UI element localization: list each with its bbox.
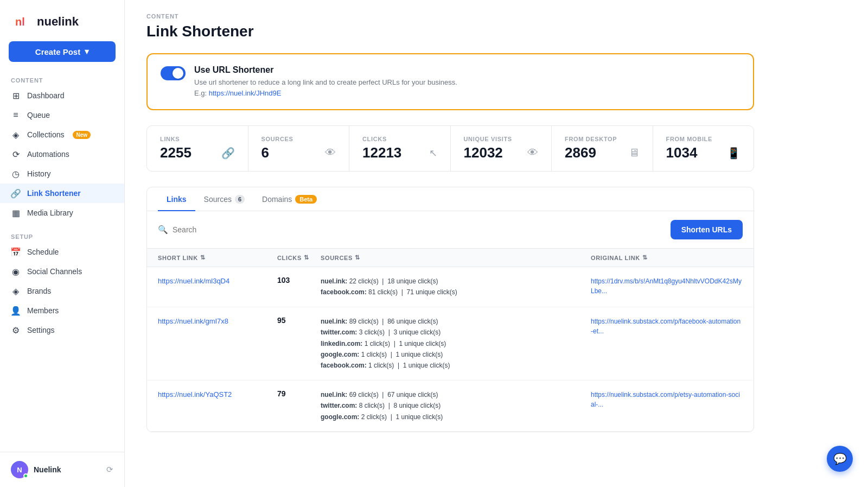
short-link-1[interactable]: https://nuel.ink/gmI7x8 bbox=[158, 317, 228, 325]
search-icon: 🔍 bbox=[158, 225, 168, 235]
sidebar-item-label-history: History bbox=[27, 169, 51, 178]
table-row: https://nuel.ink/YaQST2 79 nuel.ink: 69 … bbox=[147, 381, 754, 432]
original-link-cell-2: https://nuelink.substack.com/p/etsy-auto… bbox=[591, 389, 743, 409]
sidebar-item-queue[interactable]: ≡ Queue bbox=[0, 105, 124, 125]
sidebar-item-label-dashboard: Dashboard bbox=[27, 91, 65, 100]
tab-links[interactable]: Links bbox=[158, 187, 195, 211]
chevron-down-icon: ▾ bbox=[85, 47, 89, 56]
tabs-header: Links Sources 6 Domains Beta bbox=[147, 187, 754, 211]
sources-cell-2: nuel.ink: 69 click(s) | 67 unique click(… bbox=[321, 389, 591, 422]
original-link-0[interactable]: https://1drv.ms/b/s!AnMt1q8gyu4NhltvVODd… bbox=[591, 277, 742, 295]
breadcrumb: CONTENT bbox=[146, 13, 754, 20]
tab-sources[interactable]: Sources 6 bbox=[195, 187, 253, 211]
brands-icon: ◈ bbox=[11, 286, 21, 296]
sidebar-content-section: CONTENT ⊞ Dashboard ≡ Queue ◈ Collection… bbox=[0, 73, 124, 223]
short-link-cell-2: https://nuel.ink/YaQST2 bbox=[158, 389, 277, 399]
url-shortener-example-link[interactable]: https://nuel.ink/JHnd9E bbox=[209, 89, 282, 97]
tab-domains[interactable]: Domains Beta bbox=[253, 187, 326, 211]
sidebar-item-label-collections: Collections bbox=[27, 130, 64, 139]
sidebar-bottom: N Nuelink ⟳ bbox=[0, 452, 124, 487]
original-link-1[interactable]: https://nuelink.substack.com/p/facebook-… bbox=[591, 318, 741, 335]
tabs-container: Links Sources 6 Domains Beta 🔍 Sho bbox=[146, 187, 754, 432]
chat-icon: 💬 bbox=[833, 452, 847, 465]
sort-icon-sources[interactable]: ⇅ bbox=[355, 254, 360, 261]
url-shortener-description: Use url shortener to reduce a long link … bbox=[194, 77, 457, 98]
original-link-cell-0: https://1drv.ms/b/s!AnMt1q8gyu4NhltvVODd… bbox=[591, 276, 743, 295]
dashboard-icon: ⊞ bbox=[11, 91, 21, 100]
avatar: N bbox=[11, 461, 28, 478]
clicks-cell-0: 103 bbox=[277, 276, 321, 284]
members-icon: 👤 bbox=[11, 306, 21, 315]
toggle-track bbox=[161, 66, 186, 80]
sidebar-item-dashboard[interactable]: ⊞ Dashboard bbox=[0, 86, 124, 105]
stat-from-mobile: FROM MOBILE 1034 📱 bbox=[653, 126, 754, 171]
chat-fab-button[interactable]: 💬 bbox=[827, 446, 853, 472]
stat-sources: SOURCES 6 👁 bbox=[248, 126, 350, 171]
short-link-cell-0: https://nuel.ink/ml3qD4 bbox=[158, 276, 277, 286]
clicks-stat-icon: ↖ bbox=[429, 147, 437, 159]
short-link-2[interactable]: https://nuel.ink/YaQST2 bbox=[158, 390, 232, 399]
table-row: https://nuel.ink/gmI7x8 95 nuel.ink: 89 … bbox=[147, 307, 754, 381]
sidebar-item-media-library[interactable]: ▦ Media Library bbox=[0, 203, 124, 223]
stat-clicks-label: CLICKS bbox=[362, 136, 437, 142]
search-box: 🔍 bbox=[158, 225, 671, 235]
sidebar-item-label-settings: Settings bbox=[27, 326, 55, 334]
sidebar-item-label-schedule: Schedule bbox=[27, 248, 59, 256]
create-post-button[interactable]: Create Post ▾ bbox=[9, 41, 116, 62]
source-line-1-1: twitter.com: 3 click(s) | 3 unique click… bbox=[321, 327, 591, 338]
source-line-1-0: nuel.ink: 89 click(s) | 86 unique click(… bbox=[321, 316, 591, 327]
sidebar-setup-section: SETUP 📅 Schedule ◉ Social Channels ◈ Bra… bbox=[0, 229, 124, 340]
search-shorten-row: 🔍 Shorten URLs bbox=[147, 211, 754, 249]
source-line-2-0: nuel.ink: 69 click(s) | 67 unique click(… bbox=[321, 389, 591, 400]
url-shortener-card: Use URL Shortener Use url shortener to r… bbox=[146, 53, 754, 110]
sort-icon-short-link[interactable]: ⇅ bbox=[200, 254, 206, 261]
stats-row: LINKS 2255 🔗 SOURCES 6 👁 CLICKS 12213 ↖ bbox=[146, 125, 754, 172]
sidebar-item-automations[interactable]: ⟳ Automations bbox=[0, 144, 124, 164]
stat-desktop-value: 2869 bbox=[565, 144, 596, 161]
link-shortener-icon: 🔗 bbox=[11, 188, 21, 198]
search-input[interactable] bbox=[173, 225, 335, 234]
sidebar-item-label-media-library: Media Library bbox=[27, 208, 73, 217]
sidebar-item-brands[interactable]: ◈ Brands bbox=[0, 281, 124, 301]
sort-icon-original-link[interactable]: ⇅ bbox=[642, 254, 648, 261]
short-link-cell-1: https://nuel.ink/gmI7x8 bbox=[158, 316, 277, 326]
stat-unique-label: UNIQUE VISITS bbox=[464, 136, 539, 142]
collections-icon: ◈ bbox=[11, 130, 21, 140]
source-line-2-2: google.com: 2 click(s) | 1 unique click(… bbox=[321, 412, 591, 422]
sidebar-item-link-shortener[interactable]: 🔗 Link Shortener bbox=[0, 184, 124, 203]
original-link-2[interactable]: https://nuelink.substack.com/p/etsy-auto… bbox=[591, 391, 740, 408]
domains-beta-badge: Beta bbox=[295, 195, 317, 204]
sidebar-item-collections[interactable]: ◈ Collections New bbox=[0, 125, 124, 144]
desktop-stat-icon: 🖥 bbox=[629, 147, 640, 159]
sidebar-item-label-queue: Queue bbox=[27, 111, 50, 119]
source-line-0-0: nuel.ink: 22 click(s) | 18 unique click(… bbox=[321, 276, 591, 287]
mobile-stat-icon: 📱 bbox=[727, 147, 741, 160]
user-name: Nuelink bbox=[34, 465, 61, 474]
schedule-icon: 📅 bbox=[11, 247, 21, 257]
sidebar-item-label-automations: Automations bbox=[27, 150, 69, 159]
table-header: SHORT LINK ⇅ CLICKS ⇅ SOURCES ⇅ ORIGINAL… bbox=[147, 249, 754, 267]
sidebar-item-label-brands: Brands bbox=[27, 287, 51, 295]
stat-sources-value: 6 bbox=[261, 144, 269, 161]
refresh-icon[interactable]: ⟳ bbox=[106, 465, 113, 475]
stat-sources-label: SOURCES bbox=[261, 136, 336, 142]
sort-icon-clicks[interactable]: ⇅ bbox=[304, 254, 309, 261]
history-icon: ◷ bbox=[11, 169, 21, 179]
sidebar: nl nuelink Create Post ▾ CONTENT ⊞ Dashb… bbox=[0, 0, 125, 487]
avatar-initials: N bbox=[17, 466, 22, 474]
sidebar-item-members[interactable]: 👤 Members bbox=[0, 301, 124, 320]
collections-new-badge: New bbox=[73, 131, 91, 139]
sidebar-item-label-social-channels: Social Channels bbox=[27, 267, 82, 276]
sidebar-item-schedule[interactable]: 📅 Schedule bbox=[0, 242, 124, 262]
sidebar-item-settings[interactable]: ⚙ Settings bbox=[0, 320, 124, 340]
col-original-link: ORIGINAL LINK ⇅ bbox=[591, 254, 743, 261]
col-sources: SOURCES ⇅ bbox=[321, 254, 591, 261]
sidebar-item-history[interactable]: ◷ History bbox=[0, 164, 124, 184]
url-shortener-toggle[interactable] bbox=[161, 66, 186, 80]
shorten-urls-button[interactable]: Shorten URLs bbox=[671, 220, 743, 239]
create-post-label: Create Post bbox=[35, 47, 80, 56]
short-link-0[interactable]: https://nuel.ink/ml3qD4 bbox=[158, 277, 229, 285]
original-link-cell-1: https://nuelink.substack.com/p/facebook-… bbox=[591, 316, 743, 336]
sidebar-item-social-channels[interactable]: ◉ Social Channels bbox=[0, 262, 124, 281]
stat-links-label: LINKS bbox=[160, 136, 235, 142]
